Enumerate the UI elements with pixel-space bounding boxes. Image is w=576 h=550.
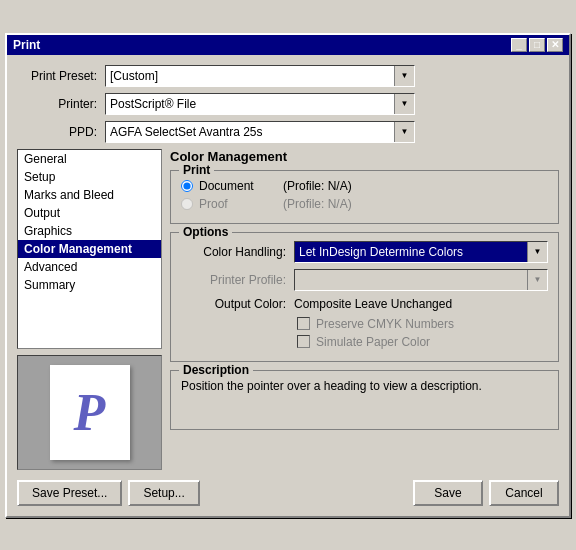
simulate-paper-checkbox[interactable] (297, 335, 310, 348)
options-group-label: Options (179, 225, 232, 239)
printer-value: PostScript® File (110, 97, 196, 111)
right-buttons: Save Cancel (413, 480, 559, 506)
preview-paper: P (50, 365, 130, 460)
description-group: Description Position the pointer over a … (170, 370, 559, 430)
sidebar-item-color-management[interactable]: Color Management (18, 240, 161, 258)
panel-title: Color Management (170, 149, 559, 164)
ppd-arrow[interactable] (394, 122, 414, 142)
printer-profile-arrow[interactable] (527, 270, 547, 290)
proof-profile: (Profile: N/A) (283, 197, 352, 211)
sidebar-item-advanced[interactable]: Advanced (18, 258, 161, 276)
window-content: Print Preset: [Custom] Printer: PostScri… (7, 55, 569, 516)
print-group: Print Document (Profile: N/A) Proof (Pro… (170, 170, 559, 224)
preset-arrow[interactable] (394, 66, 414, 86)
main-area: General Setup Marks and Bleed Output Gra… (17, 149, 559, 470)
cancel-button[interactable]: Cancel (489, 480, 559, 506)
sidebar-item-graphics[interactable]: Graphics (18, 222, 161, 240)
proof-radio-row: Proof (Profile: N/A) (181, 197, 548, 211)
description-text: Position the pointer over a heading to v… (181, 379, 482, 393)
ppd-value: AGFA SelectSet Avantra 25s (110, 125, 263, 139)
simulate-paper-label: Simulate Paper Color (316, 335, 430, 349)
left-buttons: Save Preset... Setup... (17, 480, 200, 506)
preserve-cmyk-row: Preserve CMYK Numbers (181, 317, 548, 331)
color-handling-row: Color Handling: Let InDesign Determine C… (181, 241, 548, 263)
print-dialog: Print _ □ ✕ Print Preset: [Custom] Print… (5, 33, 571, 518)
proof-radio-label: Proof (199, 197, 279, 211)
preset-select[interactable]: [Custom] (105, 65, 415, 87)
output-color-label: Output Color: (181, 297, 286, 311)
simulate-paper-row: Simulate Paper Color (181, 335, 548, 349)
printer-row: Printer: PostScript® File (17, 93, 559, 115)
document-profile: (Profile: N/A) (283, 179, 352, 193)
color-handling-arrow[interactable] (527, 242, 547, 262)
sidebar-item-output[interactable]: Output (18, 204, 161, 222)
color-handling-select[interactable]: Let InDesign Determine Colors (294, 241, 548, 263)
setup-button[interactable]: Setup... (128, 480, 199, 506)
output-color-row: Output Color: Composite Leave Unchanged (181, 297, 548, 311)
preset-row: Print Preset: [Custom] (17, 65, 559, 87)
preset-label: Print Preset: (17, 69, 97, 83)
sidebar-item-summary[interactable]: Summary (18, 276, 161, 294)
printer-select[interactable]: PostScript® File (105, 93, 415, 115)
color-handling-value: Let InDesign Determine Colors (299, 245, 463, 259)
maximize-button[interactable]: □ (529, 38, 545, 52)
ppd-label: PPD: (17, 125, 97, 139)
document-radio[interactable] (181, 180, 193, 192)
printer-profile-label: Printer Profile: (181, 273, 286, 287)
close-button[interactable]: ✕ (547, 38, 563, 52)
sidebar-list: General Setup Marks and Bleed Output Gra… (17, 149, 162, 349)
document-radio-row: Document (Profile: N/A) (181, 179, 548, 193)
printer-arrow[interactable] (394, 94, 414, 114)
document-radio-label: Document (199, 179, 279, 193)
output-color-value: Composite Leave Unchanged (294, 297, 452, 311)
save-preset-button[interactable]: Save Preset... (17, 480, 122, 506)
options-group: Options Color Handling: Let InDesign Det… (170, 232, 559, 362)
sidebar-item-setup[interactable]: Setup (18, 168, 161, 186)
preserve-cmyk-label: Preserve CMYK Numbers (316, 317, 454, 331)
printer-label: Printer: (17, 97, 97, 111)
preserve-cmyk-checkbox[interactable] (297, 317, 310, 330)
printer-profile-select[interactable] (294, 269, 548, 291)
title-bar-buttons: _ □ ✕ (511, 38, 563, 52)
minimize-button[interactable]: _ (511, 38, 527, 52)
ppd-select[interactable]: AGFA SelectSet Avantra 25s (105, 121, 415, 143)
window-title: Print (13, 38, 40, 52)
title-bar: Print _ □ ✕ (7, 35, 569, 55)
color-handling-label: Color Handling: (181, 245, 286, 259)
button-row: Save Preset... Setup... Save Cancel (17, 480, 559, 506)
preview-p-letter: P (74, 383, 106, 442)
sidebar: General Setup Marks and Bleed Output Gra… (17, 149, 162, 470)
proof-radio[interactable] (181, 198, 193, 210)
right-panel: Color Management Print Document (Profile… (170, 149, 559, 470)
printer-profile-row: Printer Profile: (181, 269, 548, 291)
preset-value: [Custom] (110, 69, 158, 83)
save-button[interactable]: Save (413, 480, 483, 506)
preview-area: P (17, 355, 162, 470)
sidebar-item-general[interactable]: General (18, 150, 161, 168)
description-label: Description (179, 363, 253, 377)
sidebar-item-marks-bleed[interactable]: Marks and Bleed (18, 186, 161, 204)
ppd-row: PPD: AGFA SelectSet Avantra 25s (17, 121, 559, 143)
print-group-label: Print (179, 163, 214, 177)
